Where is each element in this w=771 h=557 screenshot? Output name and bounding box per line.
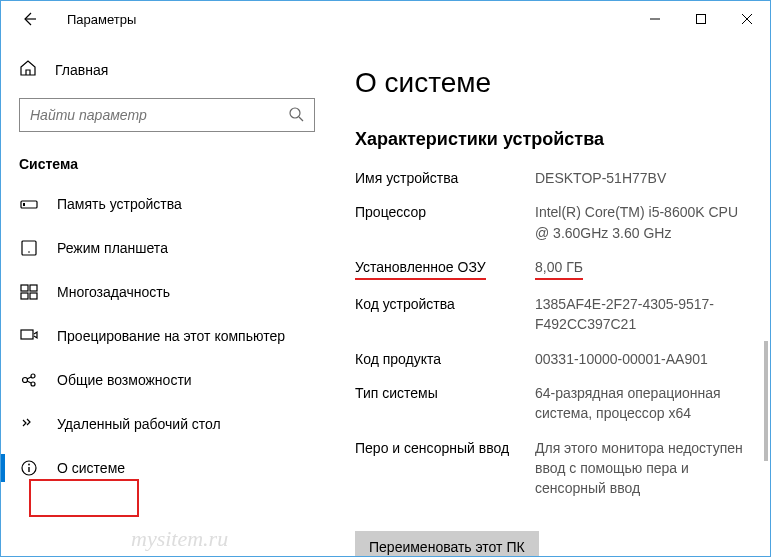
svg-rect-14 bbox=[30, 293, 37, 299]
close-icon bbox=[741, 13, 753, 25]
spec-device-id: Код устройства 1385AF4E-2F27-4305-9517-F… bbox=[355, 294, 750, 335]
sidebar-item-label: Проецирование на этот компьютер bbox=[57, 328, 285, 344]
svg-point-18 bbox=[31, 382, 35, 386]
svg-point-22 bbox=[28, 464, 30, 466]
spec-label: Тип системы bbox=[355, 383, 535, 424]
sidebar-item-tablet[interactable]: Режим планшета bbox=[19, 226, 331, 270]
sidebar-item-multitasking[interactable]: Многозадачность bbox=[19, 270, 331, 314]
svg-rect-13 bbox=[21, 293, 28, 299]
svg-line-6 bbox=[299, 117, 303, 121]
multitasking-icon bbox=[19, 282, 39, 302]
spec-value: 00331-10000-00001-AA901 bbox=[535, 349, 708, 369]
spec-label: Код устройства bbox=[355, 294, 535, 335]
back-button[interactable] bbox=[19, 9, 39, 29]
svg-point-10 bbox=[28, 251, 30, 253]
spec-value: 1385AF4E-2F27-4305-9517-F492CC397C21 bbox=[535, 294, 750, 335]
svg-point-16 bbox=[23, 378, 28, 383]
maximize-button[interactable] bbox=[678, 1, 724, 37]
home-link[interactable]: Главная bbox=[19, 59, 331, 80]
svg-rect-12 bbox=[30, 285, 37, 291]
spec-pen-touch: Перо и сенсорный ввод Для этого монитора… bbox=[355, 438, 750, 499]
svg-point-5 bbox=[290, 108, 300, 118]
search-icon bbox=[288, 106, 304, 125]
svg-rect-9 bbox=[22, 241, 36, 255]
rename-button[interactable]: Переименовать этот ПК bbox=[355, 531, 539, 557]
svg-point-17 bbox=[31, 374, 35, 378]
spec-label: Процессор bbox=[355, 202, 535, 243]
main-content: О системе Характеристики устройства Имя … bbox=[331, 37, 770, 557]
scrollbar[interactable] bbox=[758, 41, 768, 552]
svg-line-19 bbox=[27, 377, 31, 379]
shared-icon bbox=[19, 370, 39, 390]
search-box[interactable] bbox=[19, 98, 315, 132]
svg-rect-11 bbox=[21, 285, 28, 291]
svg-line-20 bbox=[27, 381, 31, 383]
spec-value: DESKTOP-51H77BV bbox=[535, 168, 666, 188]
sidebar-item-label: Многозадачность bbox=[57, 284, 170, 300]
storage-icon bbox=[19, 194, 39, 214]
sidebar-item-label: О системе bbox=[57, 460, 125, 476]
svg-rect-2 bbox=[697, 15, 706, 24]
sidebar-item-projecting[interactable]: Проецирование на этот компьютер bbox=[19, 314, 331, 358]
sidebar: Главная Система Память устройства Режим … bbox=[1, 37, 331, 557]
titlebar: Параметры bbox=[1, 1, 770, 37]
sidebar-item-remote[interactable]: Удаленный рабочий стол bbox=[19, 402, 331, 446]
home-label: Главная bbox=[55, 62, 108, 78]
search-input[interactable] bbox=[30, 107, 288, 123]
spec-value: 64-разрядная операционная система, проце… bbox=[535, 383, 750, 424]
page-title: О системе bbox=[355, 67, 750, 99]
info-icon bbox=[19, 458, 39, 478]
home-icon bbox=[19, 59, 37, 80]
spec-processor: Процессор Intel(R) Core(TM) i5-8600K CPU… bbox=[355, 202, 750, 243]
spec-ram: Установленное ОЗУ 8,00 ГБ bbox=[355, 257, 750, 280]
arrow-left-icon bbox=[21, 11, 37, 27]
spec-value: 8,00 ГБ bbox=[535, 257, 583, 280]
sidebar-item-about[interactable]: О системе bbox=[19, 446, 331, 490]
spec-value: Для этого монитора недоступен ввод с пом… bbox=[535, 438, 750, 499]
spec-product-id: Код продукта 00331-10000-00001-AA901 bbox=[355, 349, 750, 369]
sidebar-item-label: Память устройства bbox=[57, 196, 182, 212]
spec-label: Установленное ОЗУ bbox=[355, 257, 535, 280]
sidebar-item-label: Удаленный рабочий стол bbox=[57, 416, 221, 432]
minimize-button[interactable] bbox=[632, 1, 678, 37]
sidebar-item-storage[interactable]: Память устройства bbox=[19, 182, 331, 226]
maximize-icon bbox=[695, 13, 707, 25]
scrollbar-thumb[interactable] bbox=[764, 341, 768, 461]
category-heading: Система bbox=[19, 156, 331, 172]
remote-icon bbox=[19, 414, 39, 434]
tablet-icon bbox=[19, 238, 39, 258]
window-title: Параметры bbox=[67, 12, 136, 27]
projecting-icon bbox=[19, 326, 39, 346]
minimize-icon bbox=[649, 13, 661, 25]
svg-rect-8 bbox=[23, 203, 25, 206]
close-button[interactable] bbox=[724, 1, 770, 37]
spec-system-type: Тип системы 64-разрядная операционная си… bbox=[355, 383, 750, 424]
spec-value: Intel(R) Core(TM) i5-8600K CPU @ 3.60GHz… bbox=[535, 202, 750, 243]
spec-label: Код продукта bbox=[355, 349, 535, 369]
sidebar-item-label: Общие возможности bbox=[57, 372, 192, 388]
sidebar-item-shared[interactable]: Общие возможности bbox=[19, 358, 331, 402]
spec-device-name: Имя устройства DESKTOP-51H77BV bbox=[355, 168, 750, 188]
spec-label: Перо и сенсорный ввод bbox=[355, 438, 535, 499]
spec-label: Имя устройства bbox=[355, 168, 535, 188]
svg-rect-15 bbox=[21, 330, 33, 339]
section-title: Характеристики устройства bbox=[355, 129, 750, 150]
sidebar-item-label: Режим планшета bbox=[57, 240, 168, 256]
